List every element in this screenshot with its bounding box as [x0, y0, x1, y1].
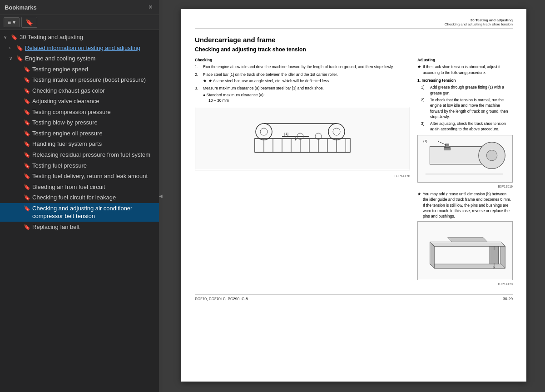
step-3-sub: ● Standard maximum clearance (a): 10 – 3… — [195, 92, 410, 104]
page-header-line2: Checking and adjusting track shoe tensio… — [195, 22, 513, 26]
bookmark-label-intake-air: Testing intake air pressure (boost press… — [32, 76, 156, 84]
bookmark-item-root[interactable]: ∨ 🔖 30 Testing and adjusting — [0, 32, 159, 43]
bookmark-label-engine: Engine and cooling system — [25, 55, 156, 63]
page-container: 30 Testing and adjusting Checking and ad… — [163, 0, 545, 392]
inc-step-1-num: 1) — [421, 84, 428, 96]
main-content: 30 Testing and adjusting Checking and ad… — [163, 0, 545, 392]
section-title: Undercarriage and frame — [195, 36, 513, 44]
step-2-sub: ★ ★ As the steel bar, use an angle steel… — [195, 78, 410, 84]
adjust-star-note: ★ If the track shoe tension is abnormal,… — [417, 64, 513, 75]
footer-left: PC270, PC270LC, PC290LC-8 — [195, 297, 248, 301]
bookmark-item-ac-compressor[interactable]: › 🔖 Checking and adjusting air condition… — [0, 203, 159, 222]
bookmark-label-valve-clearance: Adjusting valve clearance — [32, 97, 156, 105]
step-2-text: Place steel bar [1] on the track shoe be… — [203, 72, 338, 77]
bookmark-item-related[interactable]: › 🔖 Related information on testing and a… — [0, 43, 159, 54]
svg-rect-9 — [327, 139, 337, 152]
diagram-3: b — [417, 221, 513, 280]
inc-step-3: 3) After adjusting, check the track shoe… — [417, 121, 513, 132]
bookmark-label-fuel-delivery: Testing fuel delivery, return and leak a… — [32, 172, 156, 180]
bookmark-item-blow-by[interactable]: › 🔖 Testing blow-by pressure — [0, 117, 159, 128]
svg-rect-4 — [282, 139, 291, 152]
bookmark-item-fan-belt[interactable]: › 🔖 Replacing fan belt — [0, 222, 159, 233]
diagram-2: (1) — [417, 135, 513, 183]
pdf-page: 30 Testing and adjusting Checking and ad… — [181, 9, 526, 382]
svg-rect-2 — [264, 139, 273, 152]
svg-marker-34 — [447, 238, 487, 242]
svg-rect-8 — [318, 139, 327, 152]
bookmark-label-compression: Testing compression pressure — [32, 108, 156, 116]
svg-text:b: b — [492, 265, 495, 269]
sidebar-close-button[interactable]: × — [147, 3, 154, 12]
step-2: 2. Place steel bar [1] on the track shoe… — [195, 72, 410, 77]
bookmark-item-fuel-delivery[interactable]: › 🔖 Testing fuel delivery, return and le… — [0, 171, 159, 182]
bookmark-item-fuel-pressure[interactable]: › 🔖 Testing fuel pressure — [0, 160, 159, 171]
svg-point-14 — [333, 128, 340, 135]
star-icon-extra: ★ — [417, 191, 421, 219]
inc-step-2-num: 2) — [421, 97, 428, 119]
bookmark-label-bleeding-air: Bleeding air from fuel circuit — [32, 183, 156, 191]
bookmark-label-fan-belt: Replacing fan belt — [32, 223, 156, 231]
bookmark-item-exhaust-gas[interactable]: › 🔖 Checking exhaust gas color — [0, 85, 159, 96]
svg-point-13 — [328, 124, 345, 140]
bookmark-label-blow-by: Testing blow-by pressure — [32, 119, 156, 127]
bookmark-icon-intake-air: 🔖 — [24, 76, 30, 84]
right-column: Adjusting ★ If the track shoe tension is… — [417, 55, 513, 287]
inc-step-1: 1) Add grease through grease fitting (1)… — [417, 84, 513, 96]
sidebar-header: Bookmarks × — [0, 0, 159, 15]
step-3: 3. Measure maximum clearance (a) between… — [195, 85, 410, 91]
bookmark-item-compression[interactable]: › 🔖 Testing compression pressure — [0, 107, 159, 118]
bookmark-icon: 🔖 — [25, 19, 33, 26]
adjusting-label: Adjusting — [417, 57, 513, 63]
bookmark-icon-bleeding-air: 🔖 — [24, 184, 30, 191]
bookmark-item-bleeding-air[interactable]: › 🔖 Bleeding air from fuel circuit — [0, 182, 159, 193]
sidebar: Bookmarks × ≡ ▾ 🔖 ∨ 🔖 30 Testing and adj… — [0, 0, 159, 392]
step-1-text: Run the engine at low idle and drive the… — [203, 64, 394, 69]
svg-rect-6 — [300, 139, 309, 152]
svg-point-24 — [486, 150, 497, 160]
diagram-1-caption: BJP14178 — [195, 174, 410, 179]
inc-step-3-num: 3) — [421, 121, 428, 132]
step-1: 1. Run the engine at low idle and drive … — [195, 64, 410, 69]
subsection-title: Checking and adjusting track shoe tensio… — [195, 46, 513, 53]
bookmark-icon-fuel-leakage: 🔖 — [24, 194, 30, 201]
bookmark-icon-blow-by: 🔖 — [24, 119, 30, 126]
bookmark-item-valve-clearance[interactable]: › 🔖 Adjusting valve clearance — [0, 96, 159, 107]
step-1-num: 1. — [195, 64, 201, 69]
svg-rect-26 — [444, 147, 450, 150]
bookmark-item-intake-air[interactable]: › 🔖 Testing intake air pressure (boost p… — [0, 74, 159, 85]
grease-diagram-svg: (1) — [421, 137, 510, 180]
star-icon-1: ★ — [203, 78, 207, 84]
bookmark-label-root: 30 Testing and adjusting — [20, 33, 156, 41]
svg-rect-0 — [255, 139, 350, 152]
sidebar-title: Bookmarks — [5, 4, 37, 11]
bookmark-item-fuel-leakage[interactable]: › 🔖 Checking fuel circuit for leakage — [0, 192, 159, 203]
step-3-text: Measure maximum clearance (a) between st… — [203, 85, 324, 91]
bookmark-icon-related: 🔖 — [16, 45, 23, 52]
step-2-num: 2. — [195, 72, 201, 77]
bookmark-icon-fuel-pressure: 🔖 — [24, 162, 30, 169]
track-diagram-svg: [1] — [250, 111, 355, 166]
bookmark-item-engine[interactable]: ∨ 🔖 Engine and cooling system — [0, 53, 159, 64]
content-columns: Checking 1. Run the engine at low idle a… — [195, 55, 513, 287]
bookmark-item-oil-pressure[interactable]: › 🔖 Testing engine oil pressure — [0, 128, 159, 139]
svg-line-27 — [438, 141, 446, 145]
bookmark-icon-engine-speed: 🔖 — [24, 66, 30, 73]
inc-step-2-text: To check that the tension is normal, run… — [430, 97, 513, 119]
bookmark-label-related: Related information on testing and adjus… — [25, 44, 156, 52]
toolbar-dropdown-button[interactable]: ≡ ▾ — [4, 17, 20, 27]
bookmark-item-engine-speed[interactable]: › 🔖 Testing engine speed — [0, 64, 159, 75]
extra-star-text: You may add grease until dimension (b) b… — [423, 191, 513, 219]
diagram-2-caption: B3P19519 — [417, 184, 513, 189]
page-header: 30 Testing and adjusting Checking and ad… — [195, 18, 513, 29]
expand-arrow-related: › — [9, 45, 15, 51]
bookmark-label-exhaust-gas: Checking exhaust gas color — [32, 87, 156, 95]
resize-bar[interactable] — [159, 0, 163, 392]
svg-rect-7 — [309, 139, 318, 152]
bookmark-icon-engine: 🔖 — [16, 55, 23, 62]
bookmark-icon-fan-belt: 🔖 — [24, 223, 30, 231]
inc-step-1-text: Add grease through grease fitting (1) wi… — [430, 84, 513, 96]
svg-text:[1]: [1] — [284, 132, 288, 136]
bookmark-item-fuel-system-parts[interactable]: › 🔖 Handling fuel system parts — [0, 139, 159, 149]
bookmark-add-button[interactable]: 🔖 — [21, 17, 37, 28]
bookmark-item-residual-pressure[interactable]: › 🔖 Releasing residual pressure from fue… — [0, 149, 159, 160]
